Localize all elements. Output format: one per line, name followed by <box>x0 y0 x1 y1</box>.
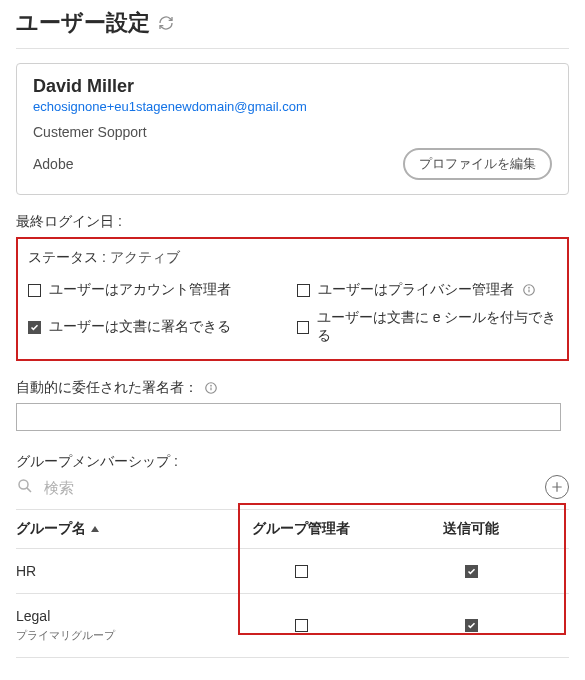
permission-checkbox[interactable] <box>297 321 309 334</box>
last-login-label: 最終ログイン日 <box>16 213 569 231</box>
permission-label: ユーザーは文書に署名できる <box>49 318 231 336</box>
auto-delegate-row: 自動的に委任された署名者： <box>16 379 569 397</box>
permission-checkbox[interactable] <box>28 284 41 297</box>
groups-table: グループ名 グループ管理者 送信可能 HR Legalプライマリグループ <box>16 509 569 658</box>
group-name-cell: HR <box>16 563 216 579</box>
permission-item: ユーザーはアカウント管理者 <box>28 281 289 299</box>
col-can-send[interactable]: 送信可能 <box>386 520 556 538</box>
user-card: David Miller echosignone+eu1stagenewdoma… <box>16 63 569 195</box>
col-group-admin[interactable]: グループ管理者 <box>216 520 386 538</box>
add-group-button[interactable] <box>545 475 569 499</box>
primary-group-tag: プライマリグループ <box>16 628 216 643</box>
can-send-checkbox[interactable] <box>465 565 478 578</box>
group-name-cell: Legalプライマリグループ <box>16 608 216 643</box>
permissions-grid: ユーザーはアカウント管理者 ユーザーはプライバシー管理者 ユーザーは文書に署名で… <box>28 281 557 345</box>
permission-label: ユーザーはアカウント管理者 <box>49 281 231 299</box>
col-group-name[interactable]: グループ名 <box>16 520 216 538</box>
auto-delegate-input[interactable] <box>16 403 561 431</box>
group-admin-checkbox[interactable] <box>295 565 308 578</box>
table-row[interactable]: Legalプライマリグループ <box>16 594 569 658</box>
group-membership-label: グループメンバーシップ <box>16 453 569 471</box>
info-icon[interactable] <box>522 283 536 297</box>
status-box: ステータス アクティブ ユーザーはアカウント管理者 ユーザーはプライバシー管理者… <box>16 237 569 361</box>
user-email[interactable]: echosignone+eu1stagenewdomain@gmail.com <box>33 99 552 114</box>
title-bar: ユーザー設定 <box>16 8 569 49</box>
can-send-checkbox[interactable] <box>465 619 478 632</box>
sort-asc-icon <box>90 521 100 537</box>
svg-point-3 <box>211 385 212 386</box>
group-admin-checkbox[interactable] <box>295 619 308 632</box>
info-icon[interactable] <box>204 381 218 395</box>
permission-item: ユーザーは文書に e シールを付与できる <box>297 309 558 345</box>
svg-point-4 <box>19 480 28 489</box>
permission-item: ユーザーはプライバシー管理者 <box>297 281 558 299</box>
refresh-icon[interactable] <box>158 15 174 31</box>
table-header: グループ名 グループ管理者 送信可能 <box>16 509 569 549</box>
edit-profile-button[interactable]: プロファイルを編集 <box>403 148 552 180</box>
group-search[interactable] <box>16 477 545 498</box>
status-row: ステータス アクティブ <box>28 249 557 267</box>
svg-point-1 <box>528 287 529 288</box>
user-name: David Miller <box>33 76 552 97</box>
permission-item: ユーザーは文書に署名できる <box>28 309 289 345</box>
user-company: Adobe <box>33 156 73 172</box>
permission-label: ユーザーは文書に e シールを付与できる <box>317 309 557 345</box>
search-icon <box>16 477 34 498</box>
group-search-input[interactable] <box>42 478 242 497</box>
permission-checkbox[interactable] <box>28 321 41 334</box>
permission-checkbox[interactable] <box>297 284 310 297</box>
auto-delegate-label: 自動的に委任された署名者： <box>16 379 198 397</box>
status-value: アクティブ <box>110 249 180 265</box>
user-role: Custemer Sopport <box>33 124 552 140</box>
status-label: ステータス <box>28 249 106 265</box>
permission-label: ユーザーはプライバシー管理者 <box>318 281 514 299</box>
table-row[interactable]: HR <box>16 549 569 594</box>
page-title: ユーザー設定 <box>16 8 150 38</box>
